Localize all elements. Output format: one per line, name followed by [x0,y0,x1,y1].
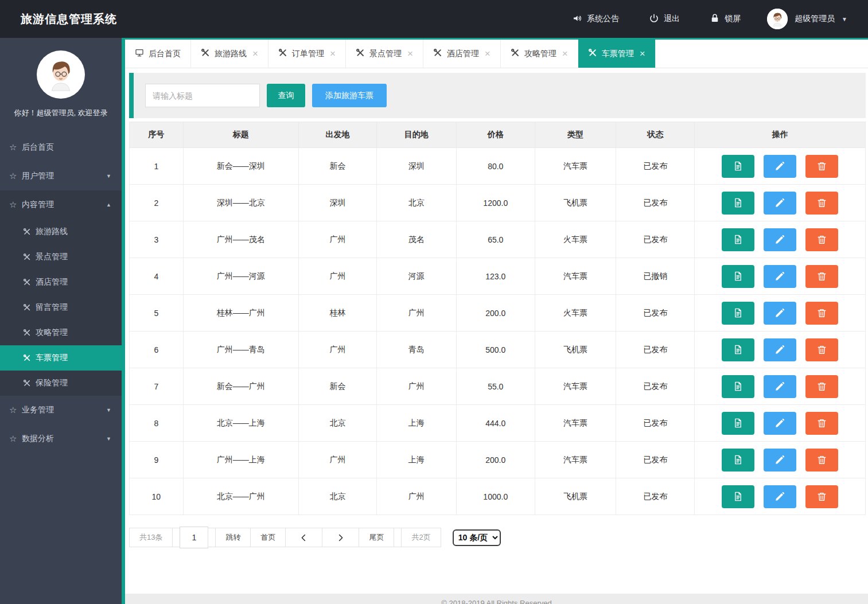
sidebar-item-12[interactable]: ☆数据分析▼ [0,424,122,453]
tab-3[interactable]: 订单管理× [268,40,346,68]
main-content: 查询 添加旅游车票 序号标题出发地目的地价格类型状态操作 1新会——深圳新会深圳… [125,68,868,594]
delete-button[interactable] [805,485,838,508]
delete-button[interactable] [805,412,838,435]
close-icon[interactable]: × [485,49,491,59]
view-button[interactable] [722,228,754,251]
tab-1[interactable]: 后台首页 [125,40,191,68]
table-row: 2深圳——北京深圳北京1200.0飞机票已发布 [130,185,866,221]
doc-icon [733,161,744,172]
sidebar-item-6[interactable]: 酒店管理 [0,270,122,295]
edit-button[interactable] [764,302,796,325]
edit-button[interactable] [764,338,796,361]
trash-icon [816,161,827,172]
sidebar-profile: 你好！超级管理员, 欢迎登录 [0,38,122,118]
jump-button[interactable]: 跳转 [215,528,251,547]
close-icon[interactable]: × [252,49,258,59]
logout-button[interactable]: 退出 [649,13,680,25]
sidebar-item-8[interactable]: 攻略管理 [0,320,122,345]
cell-to: 上海 [377,442,457,478]
sidebar-item-2[interactable]: ☆用户管理▼ [0,162,122,190]
view-button[interactable] [722,375,754,398]
edit-button[interactable] [764,375,796,398]
close-icon[interactable]: × [640,49,645,59]
page-number-input[interactable] [180,527,208,548]
column-header: 标题 [183,122,298,148]
cell-type: 汽车票 [535,405,616,442]
view-button[interactable] [722,449,754,471]
add-ticket-button[interactable]: 添加旅游车票 [312,84,387,107]
star-icon: ☆ [9,405,22,415]
column-header: 操作 [695,122,866,148]
sidebar-item-9[interactable]: 车票管理 [0,345,122,371]
sidebar-item-1[interactable]: ☆后台首页 [0,133,122,162]
trash-icon [816,234,827,245]
system-announcement-button[interactable]: 系统公告 [572,13,619,25]
tab-2[interactable]: 旅游路线× [191,40,268,68]
delete-button[interactable] [805,228,838,251]
sidebar-menu: ☆后台首页☆用户管理▼☆内容管理▲旅游路线景点管理酒店管理留言管理攻略管理车票管… [0,133,122,453]
sidebar-item-10[interactable]: 保险管理 [0,371,122,396]
search-button[interactable]: 查询 [267,84,305,107]
sidebar-item-label: 后台首页 [22,142,54,153]
delete-button[interactable] [805,265,838,288]
doc-icon [733,307,744,318]
star-icon: ☆ [9,434,22,444]
first-page-button[interactable]: 首页 [250,528,286,547]
chevron-down-icon: ▼ [106,436,111,442]
power-icon [649,13,659,25]
cell-type: 飞机票 [535,185,616,221]
edit-button[interactable] [764,228,796,251]
close-icon[interactable]: × [330,49,336,59]
search-input[interactable] [145,84,260,107]
delete-button[interactable] [805,338,838,361]
doc-icon [733,381,744,392]
column-header: 状态 [616,122,695,148]
user-menu[interactable]: 超级管理员 ▼ [767,9,847,29]
close-icon[interactable]: × [562,49,568,59]
view-button[interactable] [722,265,754,288]
view-button[interactable] [722,485,754,508]
cell-status: 已发布 [616,148,695,185]
edit-button[interactable] [764,412,796,435]
sidebar-item-11[interactable]: ☆业务管理▼ [0,396,122,424]
cell-no: 7 [130,368,184,405]
last-page-button[interactable]: 尾页 [359,528,394,547]
sidebar-item-3[interactable]: ☆内容管理▲ [0,190,122,219]
delete-button[interactable] [805,302,838,325]
delete-button[interactable] [805,375,838,398]
trash-icon [816,307,827,318]
tools-icon [511,48,520,59]
delete-button[interactable] [805,449,838,471]
page-size-select[interactable]: 10 条/页 [453,529,501,546]
sidebar-item-7[interactable]: 留言管理 [0,295,122,320]
lock-screen-button[interactable]: 锁屏 [710,13,741,25]
delete-button[interactable] [805,192,838,215]
edit-button[interactable] [764,485,796,508]
cell-actions [695,258,866,295]
edit-button[interactable] [764,265,796,288]
edit-button[interactable] [764,449,796,471]
prev-page-button[interactable] [285,528,322,547]
cell-title: 新会——深圳 [183,148,298,185]
cell-type: 飞机票 [535,332,616,368]
view-button[interactable] [722,192,754,215]
delete-button[interactable] [805,155,838,178]
view-button[interactable] [722,338,754,361]
tab-5[interactable]: 酒店管理× [423,40,501,68]
sidebar-item-5[interactable]: 景点管理 [0,244,122,270]
cell-title: 新会——广州 [183,368,298,405]
sidebar-item-label: 业务管理 [22,405,54,415]
tools-icon [278,48,287,59]
view-button[interactable] [722,302,754,325]
edit-button[interactable] [764,155,796,178]
tab-6[interactable]: 攻略管理× [501,40,578,68]
next-page-button[interactable] [322,528,359,547]
pencil-icon [774,271,785,282]
close-icon[interactable]: × [407,49,413,59]
tab-4[interactable]: 景点管理× [346,40,423,68]
view-button[interactable] [722,155,754,178]
edit-button[interactable] [764,192,796,215]
tab-7[interactable]: 车票管理× [578,40,656,68]
view-button[interactable] [722,412,754,435]
sidebar-item-4[interactable]: 旅游路线 [0,219,122,244]
